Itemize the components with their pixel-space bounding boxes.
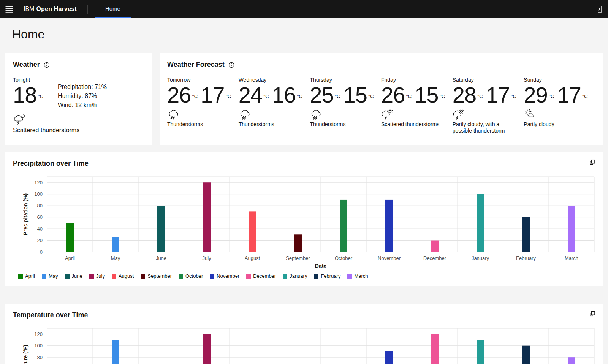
bar-march[interactable] [568, 357, 575, 364]
y-tick-label: 20 [37, 237, 43, 243]
x-tick-label: January [472, 255, 489, 261]
bar-may[interactable] [112, 340, 119, 364]
thunderstorms-icon [167, 108, 239, 120]
bar-february[interactable] [522, 346, 530, 364]
legend-item-august[interactable]: August [112, 273, 134, 279]
temperature-unit: °C [368, 85, 374, 108]
legend-label: October [185, 273, 203, 279]
forecast-temps: 24°C16°C [239, 83, 310, 108]
bar-july[interactable] [203, 334, 211, 364]
y-tick-label: 60 [37, 214, 43, 220]
legend-label: April [25, 273, 35, 279]
weather-card-title: Weather [13, 61, 40, 69]
info-icon [228, 62, 234, 68]
x-tick-label: October [335, 255, 353, 261]
x-tick-label: April [65, 255, 75, 261]
nav-divider [87, 5, 88, 14]
forecast-info-button[interactable] [228, 62, 234, 68]
y-axis-title: Temperature (°F) [22, 345, 28, 364]
legend-swatch [314, 274, 318, 279]
bar-november[interactable] [385, 351, 393, 364]
forecast-low-temp: 17°C [486, 83, 516, 108]
page-title: Home [12, 27, 603, 42]
partly-cloudy-thunderstorm-icon [453, 108, 524, 120]
precipitation-chart-legend: AprilMayJuneJulyAugustSeptemberOctoberNo… [18, 273, 595, 279]
legend-label: March [354, 273, 368, 279]
y-tick-label: 80 [37, 203, 43, 209]
bar-september[interactable] [294, 234, 302, 252]
forecast-temps: 25°C15°C [310, 83, 381, 108]
legend-item-january[interactable]: January [283, 273, 307, 279]
legend-label: November [217, 273, 239, 279]
legend-label: September [147, 273, 172, 279]
forecast-high-temp: 28°C [453, 83, 483, 108]
x-tick-label: December [423, 255, 446, 261]
x-tick-label: November [378, 255, 401, 261]
current-condition: Scattered thunderstorms [13, 113, 144, 134]
popup-icon [589, 159, 596, 166]
legend-item-february[interactable]: February [314, 273, 340, 279]
x-tick-label: August [245, 255, 260, 261]
login-button[interactable] [590, 0, 608, 18]
y-tick-label: 80 [37, 355, 43, 360]
x-tick-label: July [202, 255, 211, 261]
legend-item-october[interactable]: October [179, 273, 203, 279]
legend-item-november[interactable]: November [210, 273, 239, 279]
bar-july[interactable] [203, 182, 211, 252]
forecast-day-saturday: Saturday28°C17°CPartly cloudy, with a po… [453, 76, 524, 134]
y-tick-label: 40 [37, 226, 43, 232]
bar-april[interactable] [66, 223, 74, 252]
forecast-temps: 26°C17°C [167, 83, 239, 108]
legend-swatch [112, 274, 116, 279]
legend-item-june[interactable]: June [65, 273, 82, 279]
bar-january[interactable] [477, 340, 484, 364]
legend-item-may[interactable]: May [42, 273, 58, 279]
thunderstorms-icon [239, 108, 310, 120]
top-navbar: IBM Open Harvest Home [0, 0, 608, 18]
bar-november[interactable] [385, 200, 393, 252]
forecast-low-temp: 16°C [272, 83, 302, 108]
brand-prefix: IBM [24, 6, 34, 13]
legend-swatch [18, 274, 23, 279]
page-body: Home Weather Tonight [0, 27, 608, 364]
thunderstorms-icon [310, 108, 381, 120]
legend-item-march[interactable]: March [347, 273, 368, 279]
brand-name: Open Harvest [36, 6, 76, 13]
legend-item-december[interactable]: December [246, 273, 276, 279]
y-tick-label: 120 [34, 180, 43, 185]
forecast-low-temp: 15°C [415, 83, 445, 108]
bar-march[interactable] [568, 206, 575, 252]
legend-label: August [119, 273, 134, 279]
temperature-chart-card: Temperature over Time 020406080100120Apr… [5, 304, 603, 364]
legend-item-april[interactable]: April [18, 273, 35, 279]
bar-february[interactable] [522, 217, 530, 252]
expand-precipitation-chart-button[interactable] [588, 158, 597, 166]
legend-swatch [210, 274, 214, 279]
bar-december[interactable] [431, 334, 439, 364]
bar-may[interactable] [112, 237, 119, 252]
legend-item-september[interactable]: September [141, 273, 172, 279]
forecast-temps: 26°C15°C [381, 83, 453, 108]
legend-label: December [253, 273, 276, 279]
bar-january[interactable] [477, 194, 484, 252]
current-temperature: 18 [13, 83, 37, 108]
forecast-high-temp: 25°C [310, 83, 340, 108]
tonight-temp-block: Tonight 18 °C [13, 76, 43, 110]
x-tick-label: March [565, 255, 578, 261]
tab-home[interactable]: Home [95, 0, 131, 18]
forecast-temps: 28°C17°C [453, 83, 524, 108]
weather-forecast-card: Weather Forecast Tomorrow26°C17°CThunder… [160, 53, 603, 145]
bar-october[interactable] [340, 200, 347, 252]
nav-tabs: Home [95, 0, 131, 18]
legend-label: June [72, 273, 82, 279]
legend-swatch [89, 274, 94, 279]
forecast-condition: Partly cloudy [524, 121, 589, 128]
menu-button[interactable] [0, 0, 18, 18]
bar-december[interactable] [431, 241, 439, 252]
bar-june[interactable] [157, 206, 165, 252]
expand-temperature-chart-button[interactable] [588, 310, 597, 318]
legend-item-july[interactable]: July [89, 273, 105, 279]
weather-info-button[interactable] [44, 62, 50, 68]
precipitation-bar-chart: 020406080100120AprilMayJuneJulyAugustSep… [13, 174, 595, 269]
bar-august[interactable] [249, 211, 256, 252]
